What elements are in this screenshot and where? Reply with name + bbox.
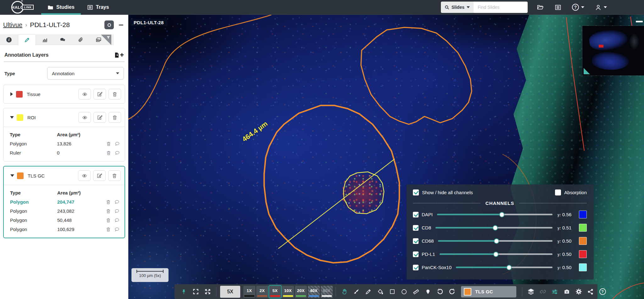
table-row[interactable]: Polygon 100,629 [4, 225, 125, 234]
collapse-sidebar-button[interactable] [118, 21, 125, 28]
channel-color-swatch[interactable] [579, 237, 587, 245]
share-button[interactable] [585, 285, 597, 298]
layer-header[interactable]: Tissue [3, 85, 125, 103]
table-row[interactable]: Ruler 0 [3, 148, 125, 157]
zoom-button-2x[interactable]: 2X [256, 286, 268, 298]
tab-comments[interactable] [54, 34, 72, 45]
current-zoom-display[interactable]: 5X [220, 286, 240, 298]
zoom-button-5x[interactable]: 5X [269, 286, 281, 298]
nav-tab-trays[interactable]: Trays [81, 0, 115, 15]
trash-icon[interactable] [106, 218, 111, 223]
annotation-class-dropdown[interactable]: TLS GC [461, 286, 516, 297]
trash-icon[interactable] [106, 141, 111, 146]
toolbar-help-button[interactable]: ? [597, 285, 608, 298]
table-row[interactable]: Polygon 50,448 [4, 216, 125, 225]
user-menu-button[interactable] [595, 4, 607, 11]
channel-checkbox[interactable] [413, 238, 419, 244]
expand-caret-icon[interactable] [10, 92, 13, 96]
channel-color-swatch[interactable] [579, 224, 587, 232]
find-slides-input[interactable] [474, 2, 528, 13]
rectangle-tool-button[interactable] [386, 285, 398, 298]
zoom-button-40x[interactable]: 40X [308, 286, 320, 298]
layer-visibility-button[interactable] [78, 170, 91, 181]
fullscreen-button[interactable] [190, 285, 202, 298]
slide-overview-minimap[interactable] [582, 26, 644, 76]
import-layer-button[interactable] [114, 52, 120, 58]
slider-thumb[interactable] [499, 212, 504, 217]
trash-icon[interactable] [106, 200, 111, 205]
slider-thumb[interactable] [494, 238, 499, 244]
filter-corner-badge[interactable] [101, 35, 111, 45]
layer-edit-button[interactable] [93, 89, 106, 99]
overview-toggle-button[interactable] [104, 20, 114, 29]
table-row[interactable]: Polygon 13,826 [3, 139, 125, 148]
pencil-tool-button[interactable] [362, 285, 374, 298]
halo-link-logo[interactable]: HALO LINK ® [11, 1, 34, 14]
layer-delete-button[interactable] [108, 170, 121, 181]
trash-icon[interactable] [106, 209, 111, 214]
brush-tool-button[interactable] [350, 285, 362, 298]
layer-edit-button[interactable] [93, 112, 106, 123]
comment-icon[interactable] [114, 209, 119, 213]
zoom-button-1x[interactable]: 1X [243, 286, 255, 298]
slider-thumb[interactable] [492, 225, 498, 230]
add-layer-button[interactable]: + [120, 52, 124, 58]
redo-button[interactable] [446, 285, 458, 298]
layer-edit-button[interactable] [93, 170, 106, 181]
minimap-collapse-button[interactable] [636, 21, 643, 22]
checkbox-unchecked-icon[interactable] [555, 189, 561, 195]
slider-thumb[interactable] [493, 251, 499, 257]
channel-checkbox[interactable] [413, 265, 419, 270]
help-menu-button[interactable]: ? [572, 4, 584, 11]
channel-color-swatch[interactable] [579, 211, 587, 218]
search-scope-dropdown[interactable]: Slides [441, 2, 474, 13]
channel-intensity-slider[interactable] [437, 214, 552, 215]
comment-icon[interactable] [114, 227, 119, 232]
minimap-resize-handle[interactable] [584, 68, 590, 74]
tab-info[interactable]: i [0, 34, 18, 45]
trash-icon[interactable] [106, 227, 111, 232]
ellipse-tool-button[interactable] [398, 285, 410, 298]
channel-intensity-slider[interactable] [456, 267, 552, 268]
layer-header[interactable]: ROI [3, 108, 125, 127]
settings-button[interactable] [573, 285, 585, 298]
minimap-viewport-rect[interactable] [599, 45, 603, 48]
type-select[interactable]: Annotation [47, 67, 124, 80]
link-views-button[interactable] [537, 285, 549, 298]
channel-color-swatch[interactable] [579, 250, 587, 258]
slider-thumb[interactable] [506, 265, 512, 270]
channel-checkbox[interactable] [413, 225, 419, 231]
breadcrumb-parent-link[interactable]: Ultivue [3, 21, 22, 29]
channel-checkbox[interactable] [413, 212, 419, 217]
channel-intensity-slider[interactable] [436, 227, 552, 228]
snapshot-button[interactable] [561, 285, 573, 298]
nav-tab-studies[interactable]: Studies [41, 0, 81, 15]
layer-delete-button[interactable] [108, 89, 121, 99]
channel-intensity-slider[interactable] [438, 240, 552, 242]
channel-color-swatch[interactable] [579, 263, 587, 271]
tab-attachments[interactable] [72, 34, 90, 45]
comment-icon[interactable] [114, 200, 119, 204]
fit-to-screen-button[interactable] [202, 285, 214, 298]
zoom-button-80x[interactable]: 80X [321, 286, 333, 298]
tab-analysis[interactable] [36, 34, 54, 45]
marker-tool-button[interactable] [422, 285, 434, 298]
channel-intensity-slider[interactable] [440, 253, 552, 255]
collapse-caret-icon[interactable] [10, 174, 14, 177]
undo-button[interactable] [434, 285, 446, 298]
layer-visibility-button[interactable] [78, 89, 91, 99]
open-slide-button[interactable] [536, 4, 544, 10]
table-row[interactable]: Polygon 243,082 [4, 206, 125, 216]
layer-delete-button[interactable] [108, 112, 121, 123]
trash-icon[interactable] [106, 150, 111, 155]
absorption-toggle[interactable]: Absorption [555, 189, 587, 195]
zoom-button-10x[interactable]: 10X [282, 286, 294, 298]
layer-header[interactable]: TLS GC [4, 166, 125, 185]
tab-annotations[interactable] [18, 34, 36, 45]
layer-visibility-button[interactable] [78, 112, 91, 123]
show-hide-all-channels-toggle[interactable]: Show / hide all channels [413, 189, 473, 195]
comment-icon[interactable] [115, 150, 120, 155]
table-row-selected[interactable]: Polygon 204,747 [4, 197, 125, 206]
channel-settings-button[interactable] [549, 285, 561, 298]
ruler-tool-button[interactable] [410, 285, 422, 298]
